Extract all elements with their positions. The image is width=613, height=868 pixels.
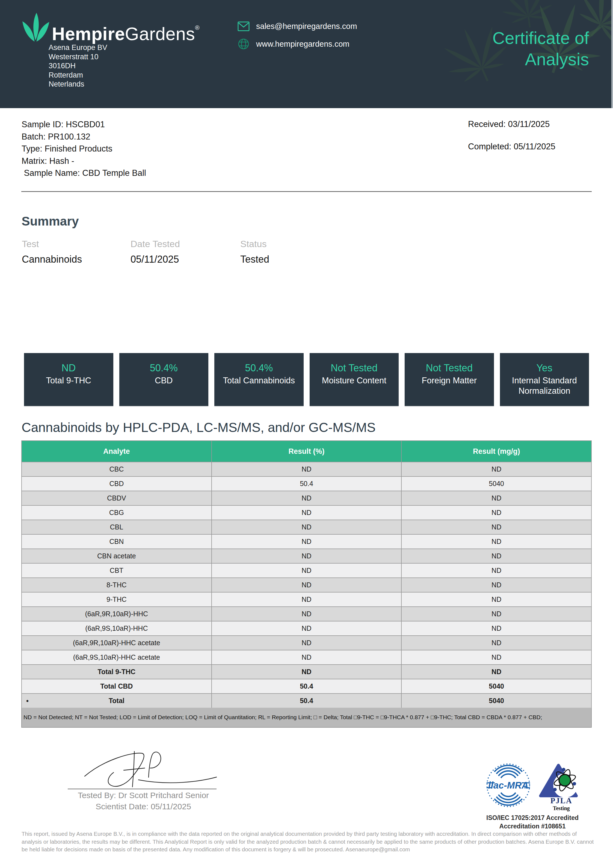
result-box-value: Yes (500, 362, 589, 374)
analyte-name: 9-THC (107, 595, 127, 603)
result-pct-cell: ND (212, 665, 402, 679)
tested-by-line1: Tested By: Dr Scott Pritchard Senior (61, 790, 225, 801)
header: HempireGardens® Asena Europe BVWesterstr… (0, 0, 613, 108)
tested-by: Tested By: Dr Scott Pritchard Senior Sci… (61, 790, 225, 812)
result-mgg-cell: ND (401, 491, 591, 505)
cannabinoids-table: AnalyteResult (%)Result (mg/g) CBCNDNDCB… (21, 440, 592, 708)
analyte-cell: CBC (22, 462, 212, 476)
analyte-cell: •Total (22, 693, 212, 708)
result-mgg-cell: ND (401, 505, 591, 520)
analyte-cell: CBL (22, 520, 212, 534)
result-pct-cell: ND (212, 607, 402, 621)
sample-info: Sample ID: HSCBD01Batch: PR100.132Type: … (22, 118, 146, 180)
result-mgg-cell: ND (401, 549, 591, 563)
brand-name-bold: Hempire (52, 24, 125, 44)
analyte-name: CBL (110, 523, 123, 531)
summary-value: 05/11/2025 (130, 254, 180, 265)
table-row: CBNNDND (22, 534, 591, 549)
result-mgg-cell: ND (401, 563, 591, 578)
brand-leaf-logo (19, 11, 52, 45)
analyte-cell: (6aR,9R,10aR)-HHC acetate (22, 636, 212, 650)
result-box-value: Not Tested (405, 362, 494, 374)
cannabinoids-section-title: Cannabinoids by HPLC-PDA, LC-MS/MS, and/… (22, 420, 376, 435)
tested-by-line2: Scientist Date: 05/11/2025 (61, 801, 225, 812)
pjla-text: PJLA (550, 797, 572, 805)
received-date: Received: 03/11/2025 (468, 119, 556, 129)
analyte-name: CBC (109, 465, 124, 473)
analyte-name: (6aR,9R,10aR)-HHC acetate (73, 639, 160, 646)
accreditation-line1: ISO/IEC 17025:2017 Accredited (475, 814, 590, 822)
globe-icon (237, 38, 250, 50)
certificate-page: HempireGardens® Asena Europe BVWesterstr… (0, 0, 613, 868)
result-box-value: 50.4% (214, 362, 304, 374)
analyte-name: CBN (109, 538, 124, 545)
analyte-cell: Total CBD (22, 679, 212, 693)
result-box-label: Total 9-THC (24, 375, 113, 386)
analyte-name: CBT (110, 567, 123, 574)
summary-value: Cannabinoids (22, 254, 82, 265)
table-row: CBLNDND (22, 520, 591, 534)
result-pct-cell: ND (212, 549, 402, 563)
certificate-title: Certificate of Analysis (492, 27, 589, 70)
result-mgg-cell: ND (401, 592, 591, 607)
table-header-cell: Analyte (22, 441, 212, 462)
analyte-cell: 8-THC (22, 578, 212, 592)
signature (81, 744, 220, 792)
table-row: CBTNDND (22, 563, 591, 578)
company-address: Asena Europe BVWesterstratt 103016DHRott… (49, 43, 107, 89)
result-pct-cell: ND (212, 462, 402, 476)
analyte-name: (6aR,9S,10aR)-HHC acetate (73, 653, 160, 661)
result-pct-cell: 50.4 (212, 693, 402, 708)
analyte-cell: CBN acetate (22, 549, 212, 563)
table-row: (6aR,9S,10aR)-HHC acetateNDND (22, 650, 591, 665)
accreditation-line2: Accreditation #108651 (475, 822, 590, 831)
result-pct-cell: ND (212, 578, 402, 592)
table-footnote: ND = Not Detected; NT = Not Tested; LOD … (21, 708, 592, 728)
summary-value: Tested (240, 254, 269, 265)
result-pct-cell: ND (212, 534, 402, 549)
table-row: (6aR,9R,10aR)-HHCNDND (22, 607, 591, 621)
summary-label: Test (22, 239, 82, 249)
table-row: 8-THCNDND (22, 578, 591, 592)
analyte-cell: CBT (22, 563, 212, 578)
accreditation-text: ISO/IEC 17025:2017 Accredited Accreditat… (475, 814, 590, 831)
result-pct-cell: ND (212, 520, 402, 534)
analyte-name: Total 9-THC (98, 668, 135, 676)
sample-info-line: Sample ID: HSCBD01 (22, 118, 146, 131)
result-pct-cell: ND (212, 592, 402, 607)
certificate-title-line1: Certificate of (492, 27, 589, 49)
analyte-cell: CBG (22, 505, 212, 520)
result-mgg-cell: ND (401, 462, 591, 476)
result-box-label: Internal Standard Normalization (500, 375, 589, 396)
table-row: CBGNDND (22, 505, 591, 520)
section-divider (21, 191, 592, 192)
address-line: Rotterdam (49, 71, 107, 80)
analyte-name: CBN acetate (97, 552, 136, 560)
analyte-name: CBDV (107, 494, 126, 502)
result-box: Not TestedForeign Matter (405, 353, 494, 406)
result-box: NDTotal 9-THC (24, 353, 113, 406)
contact-block: sales@hempiregardens.com www.hempiregard… (237, 21, 357, 57)
total-bullet: • (26, 697, 29, 705)
table-row: (6aR,9S,10aR)-HHCNDND (22, 621, 591, 636)
result-pct-cell: 50.4 (212, 476, 402, 491)
contact-email-row: sales@hempiregardens.com (237, 21, 357, 31)
website-text: www.hempiregardens.com (256, 40, 349, 49)
email-text: sales@hempiregardens.com (256, 22, 357, 31)
summary-column: TestCannabinoids (22, 239, 82, 265)
signature-line (68, 789, 217, 789)
pjla-logo: PJLA Testing (536, 762, 579, 811)
table-row: CBD50.45040 (22, 476, 591, 491)
summary-label: Status (240, 239, 269, 249)
brand: HempireGardens® (19, 11, 200, 50)
result-pct-cell: ND (212, 636, 402, 650)
analyte-cell: CBD (22, 476, 212, 491)
summary-column: Date Tested05/11/2025 (130, 239, 180, 265)
sample-info-line: Matrix: Hash - (22, 155, 146, 167)
address-line: Neterlands (49, 80, 107, 89)
result-pct-cell: ND (212, 563, 402, 578)
analyte-cell: 9-THC (22, 592, 212, 607)
result-pct-cell: ND (212, 505, 402, 520)
result-box: YesInternal Standard Normalization (500, 353, 589, 406)
summary-label: Date Tested (130, 239, 180, 249)
